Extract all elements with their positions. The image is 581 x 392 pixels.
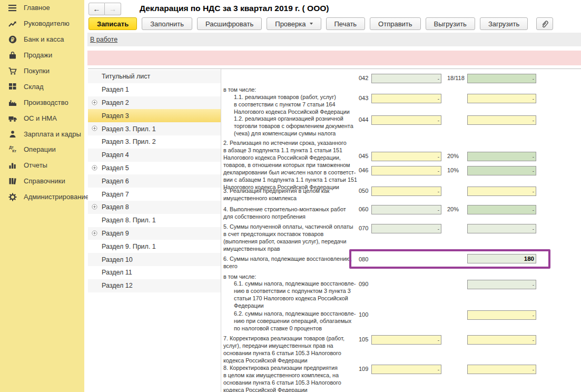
alert-bar — [87, 51, 581, 65]
field-050-base[interactable]: - — [371, 187, 441, 196]
section-row-1[interactable]: Раздел 1 — [88, 83, 221, 96]
sidebar-item-assets[interactable]: ОС и НМА — [0, 110, 84, 126]
sidebar-item-label: Отчеты — [24, 161, 47, 169]
field-043-tax[interactable]: - — [467, 94, 536, 103]
sidebar-item-manager[interactable]: Руководителю — [0, 16, 84, 32]
app-window: Главное Руководителю ₽ Банк и касса Прод… — [0, 0, 581, 392]
section-row-9-app1[interactable]: Раздел 9. Прил. 1 — [88, 240, 221, 253]
check-button[interactable]: Проверка — [267, 17, 321, 30]
decode-button[interactable]: Расшифровать — [197, 17, 262, 30]
line-label-050: 3. Реализация предприятия в целом как им… — [223, 187, 367, 202]
page-title: Декларация по НДС за 3 квартал 2019 г. (… — [140, 4, 329, 13]
section-row-10[interactable]: Раздел 10 — [88, 253, 221, 266]
field-060-base[interactable]: - — [371, 205, 441, 214]
field-042-base[interactable]: - — [371, 74, 441, 83]
rate-label-046: 10% — [447, 167, 466, 173]
sidebar-item-label: Зарплата и кадры — [24, 130, 81, 138]
save-button[interactable]: Записать — [88, 17, 137, 30]
sidebar-item-main[interactable]: Главное — [0, 0, 84, 16]
field-044-tax[interactable]: - — [467, 115, 536, 125]
field-080-tax[interactable]: 180 — [467, 254, 536, 263]
sidebar-item-directories[interactable]: Справочники — [0, 173, 84, 189]
status-bar: В работе — [87, 33, 581, 46]
expand-icon[interactable] — [92, 230, 97, 236]
section-row-9[interactable]: Раздел 9 — [88, 227, 221, 240]
export-button[interactable]: Выгрузить — [426, 17, 475, 30]
field-046-base[interactable]: - — [371, 166, 441, 175]
sidebar-item-warehouse[interactable]: Склад — [0, 79, 84, 94]
import-button[interactable]: Загрузить — [480, 17, 528, 30]
field-044-base[interactable]: - — [371, 115, 441, 125]
section-row-8[interactable]: Раздел 8 — [88, 201, 221, 214]
fill-button[interactable]: Заполнить — [142, 17, 192, 30]
line-code-042: 042 — [359, 75, 372, 81]
field-043-base[interactable]: - — [371, 94, 441, 103]
print-button[interactable]: Печать — [326, 17, 366, 30]
expand-icon[interactable] — [92, 125, 97, 131]
field-042-tax[interactable]: - — [467, 74, 536, 83]
sidebar-item-administration[interactable]: Администрирование — [0, 189, 84, 205]
barchart-icon — [8, 161, 17, 170]
section-row-11[interactable]: Раздел 11 — [88, 266, 221, 279]
line-label-105: 7. Корректировка реализации товаров (раб… — [223, 335, 367, 364]
section-row-3-app2[interactable]: Раздел 3. Прил. 2 — [88, 135, 221, 149]
sidebar-item-sales[interactable]: Продажи — [0, 47, 84, 63]
field-070-tax[interactable]: - — [467, 224, 536, 233]
section-row-7[interactable]: Раздел 7 — [88, 188, 221, 201]
field-105-base[interactable]: - — [371, 335, 441, 345]
sidebar-item-label: Банк и касса — [24, 35, 64, 43]
person-icon — [8, 130, 17, 138]
sidebar-item-purchases[interactable]: Покупки — [0, 63, 84, 79]
field-050-tax[interactable]: - — [467, 187, 536, 196]
field-109-base[interactable]: - — [371, 365, 441, 374]
svg-text:₽: ₽ — [11, 36, 15, 42]
field-060-tax[interactable]: - — [467, 205, 536, 214]
section-row-2[interactable]: Раздел 2 — [88, 96, 221, 110]
expand-icon[interactable] — [92, 165, 97, 171]
sidebar-item-reports[interactable]: Отчеты — [0, 158, 84, 173]
line-label-043: 1.1. реализация товаров (работ, услуг) в… — [234, 93, 367, 115]
sidebar-item-operations[interactable]: ДтКт Операции — [0, 142, 84, 158]
back-button[interactable]: ← — [88, 3, 105, 15]
field-045-base[interactable]: - — [371, 152, 441, 161]
field-045-tax[interactable]: - — [467, 152, 536, 161]
line-code-043: 043 — [359, 95, 372, 101]
section-row-8-app1[interactable]: Раздел 8. Прил. 1 — [88, 214, 221, 227]
gear-icon — [8, 193, 17, 201]
line-label-100: 6.2. суммы налога, подлежащие восстановл… — [234, 310, 367, 332]
line-label-044: 1.2. реализация организацией розничной т… — [234, 115, 367, 137]
expand-icon[interactable] — [92, 100, 97, 105]
section-row-6[interactable]: Раздел 6 — [88, 174, 221, 188]
sidebar-item-label: Продажи — [24, 51, 52, 59]
field-109-tax[interactable]: - — [467, 365, 536, 374]
sidebar-item-label: Операции — [24, 145, 56, 153]
section-row-3-app1[interactable]: Раздел 3. Прил. 1 — [88, 122, 221, 135]
line-code-050: 050 — [359, 188, 372, 194]
section-row-4[interactable]: Раздел 4 — [88, 149, 221, 162]
ruble-icon: ₽ — [8, 35, 17, 44]
line-label-109: 8. Корректировка реализации предприятия … — [223, 364, 367, 392]
sidebar-item-label: Производство — [24, 99, 68, 106]
send-button[interactable]: Отправить — [370, 17, 420, 30]
section-row-title-page[interactable]: Титульный лист — [88, 70, 221, 83]
field-100-tax[interactable]: - — [467, 310, 536, 320]
line-code-060: 060 — [359, 206, 372, 212]
sidebar-item-production[interactable]: Производство — [0, 94, 84, 110]
rate-label-060: 20% — [447, 206, 466, 212]
sidebar-item-bank[interactable]: ₽ Банк и касса — [0, 32, 84, 47]
field-070-base[interactable]: - — [371, 224, 441, 233]
field-105-tax[interactable]: - — [467, 335, 536, 345]
forward-button[interactable]: → — [105, 3, 121, 15]
sidebar-item-payroll[interactable]: Зарплата и кадры — [0, 126, 84, 142]
field-046-tax[interactable]: - — [467, 166, 536, 175]
section-row-3-selected[interactable]: Раздел 3 — [88, 109, 221, 122]
status-link[interactable]: В работе — [90, 36, 117, 43]
field-090-tax[interactable]: - — [467, 280, 536, 289]
rate-label-042: 18/118 — [447, 75, 466, 81]
expand-icon[interactable] — [92, 204, 97, 210]
section-row-5[interactable]: Раздел 5 — [88, 162, 221, 175]
section-row-12[interactable]: Раздел 12 — [88, 279, 221, 292]
line-code-070: 070 — [359, 225, 372, 231]
books-icon — [8, 177, 17, 185]
attachment-button[interactable] — [536, 17, 553, 30]
